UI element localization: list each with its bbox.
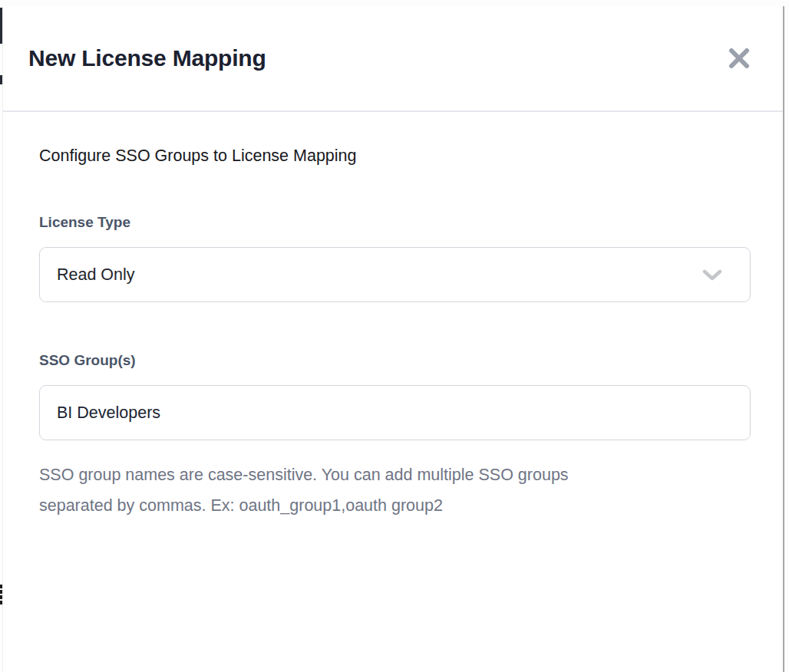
modal-body: Configure SSO Groups to License Mapping … (3, 112, 783, 521)
modal-header: New License Mapping (3, 6, 783, 112)
chevron-down-icon (702, 269, 722, 281)
license-type-selected-value: Read Only (57, 265, 135, 285)
modal-title: New License Mapping (28, 45, 266, 71)
sso-groups-helper-text: SSO group names are case-sensitive. You … (39, 460, 749, 521)
intro-text: Configure SSO Groups to License Mapping (39, 144, 749, 167)
sso-groups-input[interactable] (39, 385, 751, 440)
sso-groups-field: SSO Group(s) SSO group names are case-se… (39, 351, 749, 521)
license-type-select[interactable]: Read Only (39, 247, 751, 302)
new-license-mapping-modal: New License Mapping Configure SSO Groups… (2, 6, 784, 672)
sso-groups-label: SSO Group(s) (39, 351, 749, 370)
license-type-field: License Type Read Only (39, 213, 749, 302)
helper-line-2: separated by commas. Ex: oauth_group1,oa… (39, 490, 749, 521)
close-button[interactable] (726, 45, 752, 71)
close-icon (727, 46, 751, 71)
license-type-label: License Type (39, 213, 749, 232)
helper-line-1: SSO group names are case-sensitive. You … (39, 460, 749, 490)
